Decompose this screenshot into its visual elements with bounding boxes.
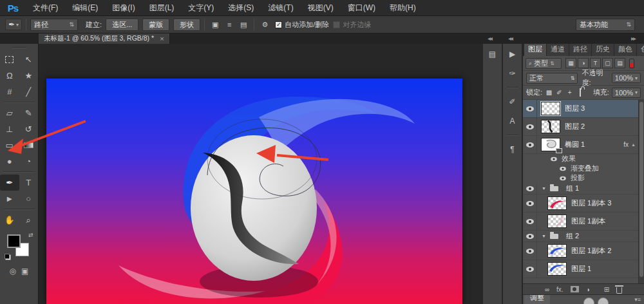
actions-panel-icon[interactable]: ▶ [506, 48, 520, 60]
tab-历史[interactable]: 历史 [592, 43, 614, 56]
menu-item-1[interactable]: 编辑(E) [65, 0, 105, 15]
eye-icon[interactable] [526, 201, 534, 206]
collapse-panels-icon[interactable]: ◂◂ [508, 35, 512, 42]
tab-adjustments[interactable]: 调整 [524, 294, 550, 304]
path-operations-icon[interactable]: ▣ [209, 19, 222, 30]
panel-menu-icon[interactable]: ▾≡ [634, 296, 644, 303]
expand-triangle-icon[interactable]: ▼ [542, 234, 546, 238]
layer-filter-toggle[interactable] [629, 59, 634, 68]
lasso-tool[interactable]: Ω [0, 68, 19, 84]
link-layers-icon[interactable]: ∞ [545, 286, 549, 293]
eraser-tool[interactable]: ▭ [0, 137, 19, 153]
document-canvas[interactable] [46, 79, 462, 304]
menu-item-7[interactable]: 视图(V) [301, 0, 341, 15]
path-arrange-icon[interactable]: ▤ [237, 19, 250, 30]
quick-mask-button[interactable]: ◎ [10, 267, 16, 276]
eye-icon[interactable] [560, 176, 566, 180]
menu-item-6[interactable]: 滤镜(T) [261, 0, 300, 15]
history-brush-tool[interactable]: ↺ [19, 121, 39, 137]
eye-icon[interactable] [526, 186, 534, 191]
blur-tool[interactable]: ● [0, 153, 19, 169]
screen-mode-button[interactable]: ▣ [21, 267, 28, 276]
marquee-tool[interactable] [0, 52, 19, 68]
character-panel-icon[interactable]: A [506, 115, 520, 127]
tool-preset-picker[interactable]: ✒ ▾ [5, 19, 22, 30]
ellipse-shape-tool[interactable]: ○ [19, 191, 39, 207]
menu-item-4[interactable]: 文字(Y) [181, 0, 221, 15]
collapse-effects-icon[interactable]: ▲ [631, 142, 636, 147]
eye-icon[interactable] [526, 142, 534, 147]
effect-row[interactable]: 投影 [523, 173, 644, 183]
expand-triangle-icon[interactable]: ▼ [542, 186, 546, 191]
layer-row[interactable]: 图层 1副本 [523, 213, 644, 231]
eyedropper-tool[interactable]: ╱ [19, 84, 39, 100]
brush-presets-panel-icon[interactable]: ✑ [506, 68, 520, 79]
canvas-workspace[interactable] [39, 44, 482, 304]
add-layer-mask-icon[interactable] [571, 286, 579, 292]
effect-row[interactable]: 效果 [523, 154, 644, 164]
layer-row[interactable]: 椭圆 1fx▲ [523, 136, 644, 154]
scrollbar-thumb[interactable] [639, 102, 643, 277]
adjustment-preset-icon[interactable] [583, 298, 594, 304]
delete-layer-icon[interactable] [616, 285, 622, 294]
eye-icon[interactable] [526, 234, 534, 239]
paragraph-panel-icon[interactable]: ¶ [506, 144, 520, 155]
pen-tool[interactable]: ✒ [0, 175, 19, 191]
magic-wand-tool[interactable]: ★ [19, 68, 39, 84]
scrollbar[interactable] [638, 100, 644, 283]
menu-item-8[interactable]: 窗口(W) [341, 0, 383, 15]
tab-色板[interactable]: 色板 [637, 43, 644, 56]
make-mask-button[interactable]: 蒙版 [142, 19, 169, 31]
filter-smart-object-icon[interactable]: ▤ [614, 58, 625, 68]
make-selection-button[interactable]: 选区... [106, 19, 138, 31]
make-shape-button[interactable]: 形状 [173, 19, 200, 31]
tab-路径[interactable]: 路径 [569, 43, 591, 56]
layer-style-icon[interactable]: fx. [556, 286, 564, 293]
lock-move-icon[interactable]: + [565, 89, 574, 96]
collapse-panels-icon[interactable]: ◂◂ [488, 35, 491, 42]
new-layer-icon[interactable]: ⊞ [604, 286, 609, 293]
layer-row[interactable]: 图层 1副本 3 [523, 195, 644, 213]
group-row[interactable]: ▼组 2 [523, 231, 644, 242]
path-select-tool[interactable]: ► [0, 191, 19, 207]
layer-row[interactable]: 图层 2 [523, 118, 644, 136]
workspace-select[interactable]: 基本功能 ⇅ [576, 19, 635, 31]
tab-图层[interactable]: 图层 [524, 43, 546, 56]
gradient-tool[interactable] [19, 137, 39, 153]
gear-icon[interactable]: ⚙ [258, 19, 271, 30]
eye-icon[interactable] [526, 219, 534, 224]
eye-icon[interactable] [560, 166, 566, 170]
eye-icon[interactable] [526, 106, 534, 111]
crop-tool[interactable]: # [0, 84, 19, 100]
tab-颜色[interactable]: 颜色 [614, 43, 636, 56]
zoom-tool[interactable]: ⌕ [19, 212, 39, 228]
foreground-color-swatch[interactable] [7, 234, 21, 248]
filter-type-select[interactable]: ⌕ 类型 ⇅ [526, 58, 562, 69]
lock-paint-icon[interactable]: ✐ [555, 89, 564, 96]
menu-item-3[interactable]: 图层(L) [142, 0, 182, 15]
tab-通道[interactable]: 通道 [547, 43, 569, 56]
eye-icon[interactable] [526, 124, 534, 129]
brush-panel-icon[interactable]: ✐ [506, 96, 520, 108]
document-tab[interactable]: 未标题-1 @ 60.5% (图层 3, RGB/8) * × [39, 33, 170, 44]
filter-adjustment-icon[interactable]: ◑ [578, 58, 589, 68]
opacity-input[interactable]: 100% ▾ [612, 73, 641, 83]
filter-shape-icon[interactable]: ▢ [602, 58, 613, 68]
auto-add-delete-checkbox[interactable]: ✓ 自动添加/删除 [275, 20, 329, 30]
eye-icon[interactable] [526, 267, 534, 272]
hand-tool[interactable]: ✋ [0, 212, 19, 228]
healing-brush-tool[interactable]: ▱ [0, 105, 19, 121]
adjustment-preset-icon[interactable] [598, 298, 609, 304]
filter-pixel-icon[interactable]: ▦ [565, 58, 576, 68]
menu-item-5[interactable]: 选择(S) [221, 0, 261, 15]
layer-row[interactable]: 图层 3 [523, 100, 644, 118]
group-row[interactable]: ▼组 1 [523, 183, 644, 195]
eye-icon[interactable] [526, 249, 534, 254]
type-tool[interactable]: T [19, 175, 39, 191]
dodge-tool[interactable]: ◔ [19, 153, 39, 169]
filter-type-icon[interactable]: T [590, 58, 601, 68]
brush-tool[interactable]: ✎ [19, 105, 39, 121]
clone-stamp-tool[interactable]: ⊥ [0, 121, 19, 137]
layer-row[interactable]: 图层 1 [523, 260, 644, 278]
menu-item-2[interactable]: 图像(I) [105, 0, 142, 15]
